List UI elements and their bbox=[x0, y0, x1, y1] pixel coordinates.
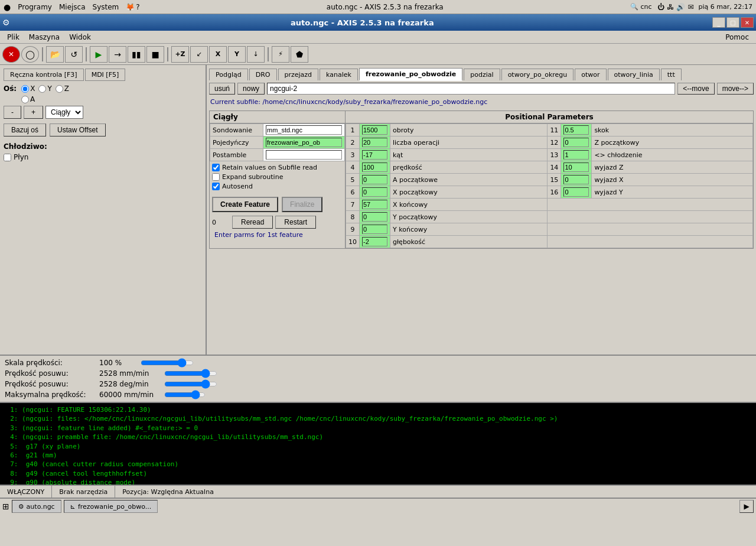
log-area: 1: (ngcgui: FEATURE 150306:22.14.30) 2: … bbox=[0, 402, 756, 485]
touch-z-button[interactable]: ↓ bbox=[247, 46, 265, 63]
tab-frezowanie[interactable]: frezowanie_po_obwodzie bbox=[359, 68, 462, 81]
param-label2: skok bbox=[592, 124, 753, 136]
menu-widok[interactable]: Widok bbox=[64, 32, 96, 43]
axis-y-radio[interactable]: Y bbox=[38, 84, 51, 93]
postamble-input[interactable] bbox=[263, 149, 345, 161]
taskbar-end-button[interactable]: ▶ bbox=[739, 500, 754, 513]
programs-menu[interactable]: Programy bbox=[14, 2, 56, 12]
extra-button[interactable]: ⚡ bbox=[272, 46, 289, 63]
ustaw-offset-button[interactable]: Ustaw Offset bbox=[50, 124, 105, 136]
create-feature-button[interactable]: Create Feature bbox=[212, 197, 278, 212]
tab-reczna[interactable]: Ręczna kontrola [F3] bbox=[4, 69, 84, 81]
step-button[interactable]: → bbox=[109, 46, 126, 63]
jog-mode-select[interactable]: Ciągły bbox=[45, 106, 83, 119]
tab-mdi[interactable]: MDI [F5] bbox=[85, 69, 126, 81]
param-val[interactable] bbox=[360, 236, 390, 248]
move-right-button[interactable]: move--> bbox=[717, 83, 754, 95]
axis-z-radio[interactable]: Z bbox=[56, 84, 69, 93]
tab-podzial[interactable]: podzial bbox=[464, 69, 500, 80]
tab-otwory-po-okregu[interactable]: otwory_po_okregu bbox=[501, 69, 574, 80]
param-val[interactable] bbox=[360, 136, 390, 149]
usun-button[interactable]: usuń bbox=[209, 83, 235, 95]
bazuj-os-button[interactable]: Bazuj oś bbox=[4, 124, 46, 136]
param-val[interactable] bbox=[360, 149, 390, 161]
max-speed-slider[interactable] bbox=[164, 390, 206, 399]
pojedynczy-input[interactable] bbox=[263, 136, 345, 149]
estop-button[interactable]: ✕ bbox=[2, 46, 20, 63]
stop-button[interactable]: ■ bbox=[146, 46, 164, 63]
autosend-checkbox[interactable] bbox=[212, 183, 220, 190]
skala-slider[interactable] bbox=[141, 358, 194, 368]
reload-button[interactable]: ↺ bbox=[65, 46, 83, 63]
tab-ttt[interactable]: ttt bbox=[661, 69, 682, 80]
minimize-button[interactable]: _ bbox=[712, 17, 725, 28]
touch-x-button[interactable]: X bbox=[209, 46, 227, 63]
param-row: 5A początkowe15wyjazd X bbox=[346, 174, 753, 186]
log-line: 2: (ngcgui: files: </home/cnc/linuxcnc/n… bbox=[2, 414, 754, 423]
taskbar-auto-label: auto.ngc bbox=[27, 503, 55, 511]
param-num: 2 bbox=[346, 136, 360, 149]
menu-pomoc[interactable]: Pomoc bbox=[721, 32, 754, 43]
param-label: liczba operacji bbox=[390, 136, 548, 149]
tab-kanal[interactable]: kanalek bbox=[320, 69, 358, 80]
subfile-name-input[interactable] bbox=[267, 83, 675, 95]
tab-otwory-linia[interactable]: otwory_linia bbox=[608, 69, 660, 80]
param-val2[interactable] bbox=[561, 174, 592, 186]
axis-a-radio[interactable]: A bbox=[21, 95, 35, 103]
param-val[interactable] bbox=[360, 174, 390, 186]
max-speed-row: Maksymalna prędkość: 60000 mm/min bbox=[5, 390, 751, 399]
restart-button[interactable]: Restart bbox=[275, 216, 316, 229]
power-button[interactable]: ◯ bbox=[21, 46, 39, 63]
tab-otwor[interactable]: otwor bbox=[575, 69, 606, 80]
param-val2[interactable] bbox=[561, 136, 592, 149]
posuwu2-slider[interactable] bbox=[164, 379, 217, 389]
open-button[interactable]: 📂 bbox=[46, 46, 64, 63]
reread-button[interactable]: Reread bbox=[232, 216, 273, 229]
move-left-button[interactable]: <--move bbox=[677, 83, 714, 95]
param-val2[interactable] bbox=[561, 124, 592, 136]
checkboxes-area: Retain values on Subfile read Expand sub… bbox=[210, 161, 345, 194]
expand-checkbox-row[interactable]: Expand subroutine bbox=[212, 173, 343, 181]
param-val2[interactable] bbox=[561, 186, 592, 199]
menu-maszyna[interactable]: Maszyna bbox=[24, 32, 64, 43]
param-val[interactable] bbox=[360, 211, 390, 223]
param-val[interactable] bbox=[360, 186, 390, 199]
param-val[interactable] bbox=[360, 199, 390, 211]
laser-button[interactable]: ⬟ bbox=[291, 46, 308, 63]
param-val[interactable] bbox=[360, 223, 390, 236]
posuwu1-slider[interactable] bbox=[164, 369, 217, 378]
expand-checkbox[interactable] bbox=[212, 173, 220, 181]
param-val2[interactable] bbox=[561, 161, 592, 174]
run-button[interactable]: ▶ bbox=[90, 46, 107, 63]
param-val[interactable] bbox=[360, 124, 390, 136]
tab-przejazd[interactable]: przejazd bbox=[278, 69, 319, 80]
system-menu[interactable]: System bbox=[89, 2, 123, 12]
param-val[interactable] bbox=[360, 161, 390, 174]
maximize-button[interactable]: □ bbox=[726, 17, 739, 28]
param-val2[interactable] bbox=[561, 149, 592, 161]
places-menu[interactable]: Miejsca bbox=[56, 2, 89, 12]
nowy-button[interactable]: nowy bbox=[237, 83, 265, 95]
sondowanie-input[interactable] bbox=[263, 124, 345, 136]
home-z-button[interactable]: +Z bbox=[171, 46, 189, 63]
retain-checkbox-row[interactable]: Retain values on Subfile read bbox=[212, 164, 343, 171]
taskbar-item-frezowanie[interactable]: ⊾ frezowanie_po_obwo... bbox=[64, 500, 158, 513]
autosend-checkbox-row[interactable]: Autosend bbox=[212, 183, 343, 190]
axis-x-radio[interactable]: X bbox=[21, 84, 35, 93]
finalize-button[interactable]: Finalize bbox=[282, 197, 322, 212]
plyn-checkbox[interactable]: Płyn bbox=[4, 153, 202, 161]
home-all-button[interactable]: ↙ bbox=[190, 46, 208, 63]
tab-podglad[interactable]: Podgląd bbox=[209, 69, 248, 80]
close-button[interactable]: ✕ bbox=[741, 17, 754, 28]
plus-button[interactable]: + bbox=[24, 106, 43, 119]
param-num2: 14 bbox=[548, 161, 561, 174]
taskbar-item-auto[interactable]: ⚙ auto.ngc bbox=[12, 500, 61, 513]
tab-dro[interactable]: DRO bbox=[249, 69, 277, 80]
pause-button[interactable]: ▮▮ bbox=[128, 46, 145, 63]
taskbar: ⊞ ⚙ auto.ngc ⊾ frezowanie_po_obwo... ▶ bbox=[0, 498, 756, 514]
minus-button[interactable]: - bbox=[4, 106, 21, 119]
retain-checkbox[interactable] bbox=[212, 164, 220, 171]
param-label: kąt bbox=[390, 149, 548, 161]
touch-y-button[interactable]: Y bbox=[228, 46, 246, 63]
menu-plik[interactable]: Plik bbox=[2, 32, 24, 43]
